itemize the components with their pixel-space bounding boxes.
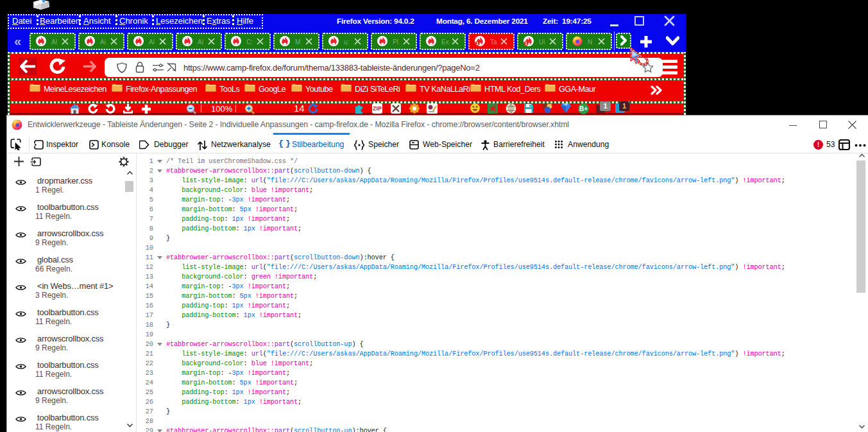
svg-text:1: 1 xyxy=(476,41,479,46)
svg-text:1: 1 xyxy=(525,41,527,46)
